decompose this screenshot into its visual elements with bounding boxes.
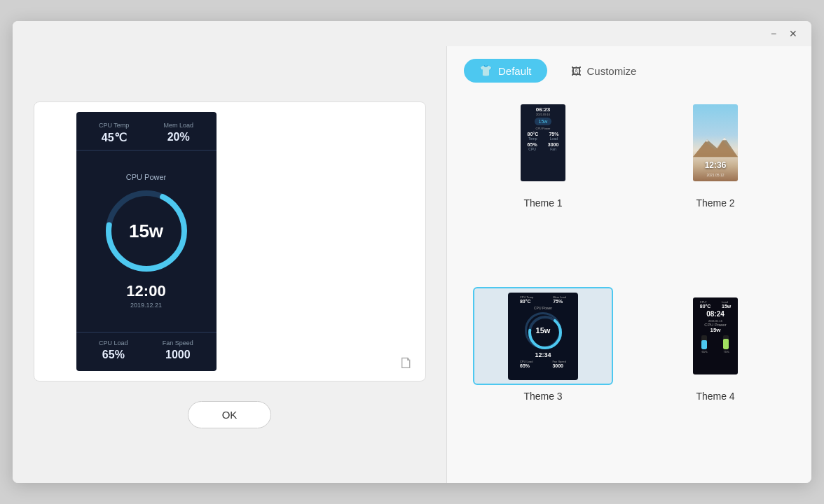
theme-thumb-4: CPU° 80°C Load 15w 08:24 2021.01.16 CP bbox=[645, 287, 785, 385]
gauge-center: 15w bbox=[129, 220, 163, 242]
theme4-top: CPU° 80°C Load 15w bbox=[694, 300, 736, 309]
mem-load-value: 20% bbox=[167, 131, 190, 144]
theme1-date: 2021.09.16 bbox=[536, 113, 550, 116]
theme-thumb-2: 12:36 2021.05.12 bbox=[645, 94, 785, 192]
cpu-power-section: CPU Power 15w 12:0 bbox=[101, 150, 192, 332]
cpu-temp-block: CPU Temp 45℃ bbox=[99, 122, 129, 144]
tab-customize-label: Customize bbox=[587, 65, 637, 77]
mem-load-block: Mem Load 20% bbox=[163, 122, 193, 144]
power-value: 15w bbox=[129, 220, 163, 242]
device-screen: CPU Temp 45℃ Mem Load 20% CPU Power bbox=[76, 112, 217, 371]
cpu-temp-label: CPU Temp bbox=[99, 122, 129, 129]
fan-speed-label: Fan Speed bbox=[163, 340, 193, 346]
theme-card-4[interactable]: CPU° 80°C Load 15w 08:24 2021.01.16 CP bbox=[636, 287, 795, 466]
gauge-container: 15w bbox=[101, 186, 192, 276]
tab-default-label: Default bbox=[498, 65, 532, 77]
theme3-top: CPU Temp 80°C Mem Load 75% bbox=[510, 295, 576, 304]
theme1-name: Theme 1 bbox=[523, 197, 562, 209]
device-preview: CPU Temp 45℃ Mem Load 20% CPU Power bbox=[34, 102, 426, 382]
theme-thumb-1: 06:23 2021.09.16 15w CPU Power 80°C Temp bbox=[473, 94, 613, 192]
ok-button[interactable]: OK bbox=[188, 401, 272, 428]
tab-default[interactable]: 👕 Default bbox=[464, 59, 547, 83]
theme1-cpu-label: CPU Power bbox=[536, 127, 551, 130]
theme4-time: 08:24 bbox=[706, 310, 725, 318]
theme1-bottom: 65% CPU 3000 Fan bbox=[522, 142, 564, 151]
mini-screen-4: CPU° 80°C Load 15w 08:24 2021.01.16 CP bbox=[693, 298, 738, 374]
bottom-stats: CPU Load 65% Fan Speed 1000 bbox=[76, 332, 217, 371]
file-icon-area[interactable]: 🗋 bbox=[399, 354, 414, 372]
time-display: 12:00 bbox=[126, 282, 165, 300]
mini-screen-3: CPU Temp 80°C Mem Load 75% CPU Power bbox=[508, 293, 578, 380]
theme2-name: Theme 2 bbox=[696, 197, 734, 209]
cpu-temp-value: 45℃ bbox=[102, 131, 127, 144]
theme-card-3[interactable]: CPU Temp 80°C Mem Load 75% CPU Power bbox=[464, 287, 622, 466]
theme1-cpuload: 65% CPU bbox=[528, 142, 537, 151]
left-panel: CPU Temp 45℃ Mem Load 20% CPU Power bbox=[13, 46, 447, 483]
mini-screen-2: 12:36 2021.05.12 bbox=[693, 104, 738, 181]
theme1-load: 75% Load bbox=[549, 132, 558, 141]
minimize-button[interactable]: − bbox=[764, 24, 783, 43]
cpu-power-label: CPU Power bbox=[126, 173, 166, 181]
theme4-name: Theme 4 bbox=[696, 391, 734, 402]
theme3-gauge: 15w bbox=[525, 312, 561, 349]
theme1-power-badge: 15w bbox=[535, 118, 552, 125]
close-button[interactable]: ✕ bbox=[783, 24, 803, 43]
mem-load-label: Mem Load bbox=[163, 122, 193, 129]
fan-speed-value: 1000 bbox=[165, 349, 191, 361]
top-stats: CPU Temp 45℃ Mem Load 20% bbox=[76, 112, 217, 150]
theme2-time: 12:36 bbox=[693, 160, 738, 173]
themes-grid: 06:23 2021.09.16 15w CPU Power 80°C Temp bbox=[447, 94, 811, 483]
mountain-svg bbox=[693, 133, 738, 160]
theme4-bars: 65% 75% bbox=[694, 335, 736, 354]
main-window: − ✕ CPU Temp 45℃ Mem Load 20% bbox=[13, 21, 811, 483]
date-display: 2019.12.21 bbox=[130, 302, 162, 309]
theme3-name: Theme 3 bbox=[523, 391, 562, 402]
theme3-gauge-svg bbox=[527, 314, 563, 351]
theme-card-1[interactable]: 06:23 2021.09.16 15w CPU Power 80°C Temp bbox=[464, 94, 622, 273]
tab-customize[interactable]: 🖼 Customize bbox=[556, 59, 652, 83]
cpu-load-block: CPU Load 65% bbox=[99, 340, 128, 361]
theme4-power-val: 15w bbox=[710, 327, 720, 333]
theme4-bar-cpu: 65% bbox=[701, 335, 707, 354]
titlebar: − ✕ bbox=[13, 21, 811, 46]
file-icon: 🗋 bbox=[399, 354, 414, 372]
image-icon: 🖼 bbox=[571, 65, 582, 77]
theme-thumb-3: CPU Temp 80°C Mem Load 75% CPU Power bbox=[473, 287, 613, 385]
theme1-stats: 80°C Temp 75% Load bbox=[522, 132, 564, 141]
cpu-load-value: 65% bbox=[102, 349, 125, 361]
theme4-bar-fan: 75% bbox=[723, 335, 729, 354]
main-content: CPU Temp 45℃ Mem Load 20% CPU Power bbox=[13, 46, 811, 483]
mini-screen-1: 06:23 2021.09.16 15w CPU Power 80°C Temp bbox=[521, 104, 565, 181]
cpu-load-label: CPU Load bbox=[99, 340, 128, 346]
right-panel: 👕 Default 🖼 Customize 06:23 2021.09.16 bbox=[447, 46, 811, 483]
theme3-time: 12:34 bbox=[535, 351, 551, 358]
theme1-fan: 3000 Fan bbox=[548, 142, 559, 151]
fan-speed-block: Fan Speed 1000 bbox=[163, 340, 193, 361]
svg-marker-5 bbox=[722, 137, 727, 140]
theme1-temp: 80°C Temp bbox=[528, 132, 539, 141]
tabs-bar: 👕 Default 🖼 Customize bbox=[447, 46, 811, 94]
tshirt-icon: 👕 bbox=[479, 64, 493, 77]
theme3-bottom: CPU Load 65% Fan Speed 3000 bbox=[510, 360, 576, 368]
theme1-time: 06:23 bbox=[536, 106, 550, 113]
theme-card-2[interactable]: 12:36 2021.05.12 Theme 2 bbox=[636, 94, 795, 273]
theme2-date: 2021.05.12 bbox=[693, 173, 738, 181]
